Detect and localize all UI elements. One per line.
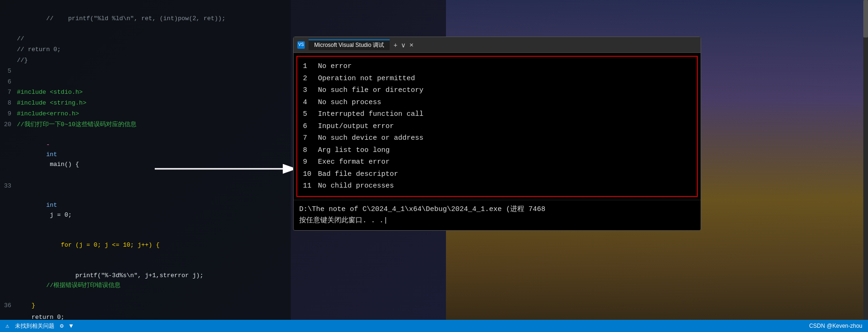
code-line: 7 #include <stdio.h> — [0, 87, 291, 98]
output-line: 2 Operation not permitted — [303, 73, 691, 85]
output-line-text: Arg list too long — [318, 144, 390, 157]
output-line-number: 4 — [303, 97, 318, 109]
code-line: 5 — [0, 66, 291, 77]
output-line-number: 8 — [303, 144, 318, 157]
chevron-icon[interactable]: ▼ — [69, 323, 73, 330]
code-line: //} — [0, 55, 291, 66]
arrow-indicator — [155, 159, 305, 178]
output-line-text: No child processes — [318, 180, 394, 192]
code-line: 8 #include <string.h> — [0, 98, 291, 109]
output-line-number: 5 — [303, 108, 318, 121]
output-line: 3 No such file or directory — [303, 84, 691, 97]
author-text: CSDN @Keven-zhou — [809, 323, 862, 329]
terminal-titlebar: VS Microsoft Visual Studio 调试 + ∨ ✕ — [294, 37, 701, 53]
close-button[interactable]: ✕ — [409, 41, 413, 49]
output-line: 1 No error — [303, 60, 691, 73]
output-line-text: Bad file descriptor — [318, 168, 398, 181]
output-line-text: No such file or directory — [318, 84, 423, 97]
terminal-tab-label: Microsoft Visual Studio 调试 — [314, 42, 384, 48]
code-line: 6 — [0, 77, 291, 88]
output-line: 7 No such device or address — [303, 132, 691, 144]
output-line: 5 Interrupted function call — [303, 108, 691, 121]
output-box: 1 No error2 Operation not permitted3 No … — [296, 56, 698, 197]
status-right: CSDN @Keven-zhou — [809, 323, 862, 329]
scrollbar-thumb[interactable] — [863, 0, 868, 38]
scrollbar[interactable] — [863, 0, 868, 332]
code-line: 36 } — [0, 301, 291, 311]
code-line: for (j = 0; j <= 10; j++) { — [0, 231, 291, 261]
output-line-number: 6 — [303, 121, 318, 133]
output-line: 9 Exec format error — [303, 156, 691, 168]
footer-line1: D:\The note of C\2024_4_1\x64\Debug\2024… — [299, 204, 695, 215]
warning-icon: ⚠ — [6, 322, 9, 330]
output-line: 10 Bad file descriptor — [303, 168, 691, 181]
output-line-number: 3 — [303, 84, 318, 97]
output-line: 4 No such process — [303, 97, 691, 109]
settings-icon[interactable]: ⚙ — [60, 322, 64, 330]
output-line-number: 11 — [303, 180, 318, 192]
output-line-text: Interrupted function call — [318, 108, 423, 121]
output-line-number: 9 — [303, 156, 318, 168]
output-line-text: Operation not permitted — [318, 73, 415, 85]
code-line: // printf("%ld %ld\n", ret, (int)pow(2, … — [0, 4, 291, 34]
output-line: 6 Input/output error — [303, 121, 691, 133]
terminal-tab[interactable]: Microsoft Visual Studio 调试 — [309, 39, 390, 50]
status-bar: ⚠ 未找到相关问题 ⚙ ▼ CSDN @Keven-zhou — [0, 320, 868, 332]
code-line: 9 #include<errno.h> — [0, 109, 291, 120]
footer-line2: 按任意键关闭此窗口. . .| — [299, 215, 695, 226]
new-tab-button[interactable]: + — [393, 41, 397, 49]
status-left: ⚠ 未找到相关问题 ⚙ ▼ — [6, 322, 73, 330]
output-line-text: No such device or address — [318, 132, 423, 144]
code-line: printf("%-3d%s\n", j+1,strerror j); //根据… — [0, 261, 291, 301]
output-line-text: Input/output error — [318, 121, 394, 133]
output-line-number: 1 — [303, 60, 318, 73]
terminal-dialog[interactable]: VS Microsoft Visual Studio 调试 + ∨ ✕ 1 No… — [293, 37, 701, 231]
terminal-footer: D:\The note of C\2024_4_1\x64\Debug\2024… — [294, 200, 701, 230]
output-line-number: 7 — [303, 132, 318, 144]
output-line-number: 2 — [303, 73, 318, 85]
output-line-text: No error — [318, 60, 352, 73]
code-line: // — [0, 34, 291, 45]
output-line: 11 No child processes — [303, 180, 691, 192]
status-warning-text: 未找到相关问题 — [15, 322, 54, 330]
output-line: 8 Arg list too long — [303, 144, 691, 157]
output-line-text: Exec format error — [318, 156, 390, 168]
dropdown-button[interactable]: ∨ — [401, 41, 406, 49]
output-line-number: 10 — [303, 168, 318, 181]
code-line: 20 //我们打印一下0~10这些错误码对应的信息 — [0, 120, 291, 130]
vs-icon: VS — [297, 41, 305, 49]
code-line: // return 0; — [0, 45, 291, 55]
output-line-text: No such process — [318, 97, 381, 109]
code-line: 33 int j = 0; — [0, 181, 291, 231]
